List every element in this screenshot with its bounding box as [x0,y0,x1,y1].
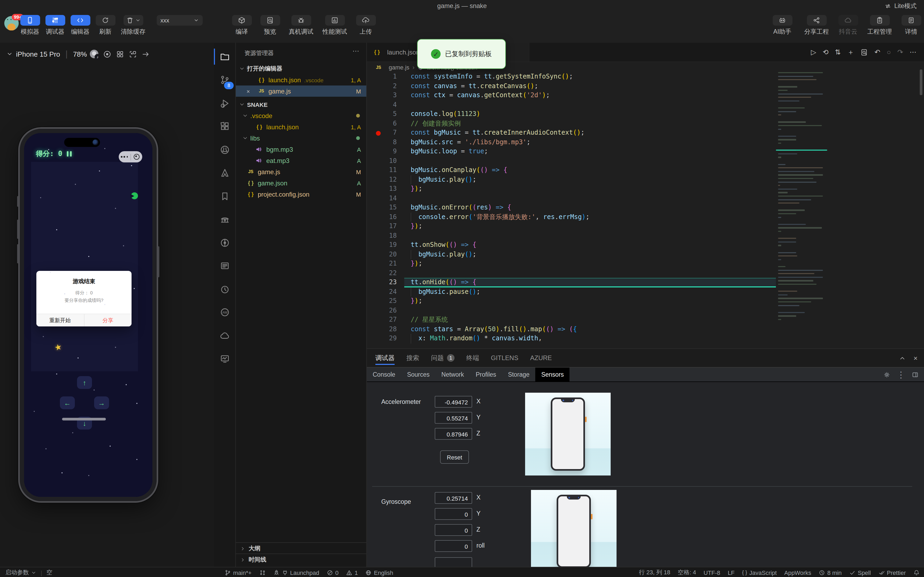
douyin-account-icon[interactable]: ♪ [90,50,99,58]
toolbar-button-工程管理[interactable]: 工程管理 [865,15,894,36]
editor-action-debugrun[interactable]: ▷ [811,48,816,56]
toolbar-button-详情[interactable]: 详情 [900,15,923,36]
file-game.json[interactable]: { }game.jsonA [236,177,366,189]
toolbar-button-预览[interactable]: 预览 [258,15,282,36]
more-icon[interactable]: ⋯ [352,47,360,55]
toolbar-button-分享工程[interactable]: 分享工程 [802,15,831,36]
device-orientation-preview[interactable] [531,490,617,567]
reset-button[interactable]: Reset [440,450,469,464]
devtools-tab-Profiles[interactable]: Profiles [470,367,502,382]
editor-action-more[interactable]: ⋯ [909,48,916,56]
toolbar-button-清除缓存[interactable]: 清除缓存 [119,15,148,36]
status-main*+[interactable]: main*+ [225,569,252,575]
status-行 23, 列 18[interactable]: 行 23, 列 18 [639,569,670,577]
activitybar-time-tracker[interactable] [214,279,235,299]
file-.vscode[interactable]: .vscode [236,110,366,121]
accelerometer-X-input[interactable]: -0.49472 [435,396,472,408]
toolbar-button-AI助手[interactable]: AI助手 [768,15,797,36]
gyroscope-roll-input[interactable]: 0 [435,540,472,552]
devtools-tab-Sources[interactable]: Sources [401,367,435,382]
status-bell[interactable] [913,569,920,575]
device-select[interactable]: iPhone 15 Pro [16,50,60,58]
gyroscope-Z-input[interactable]: 0 [435,524,472,536]
status-compare2[interactable] [259,569,265,575]
panel-tab-GITLENS[interactable]: GITLENS [491,349,519,367]
devtools-tab-Sensors[interactable]: Sensors [535,367,569,382]
file-libs[interactable]: libs [236,132,366,144]
screenshot-icon[interactable] [129,50,137,58]
avatar[interactable]: 99+ [4,16,19,31]
panel-tab-调试器[interactable]: 调试器 [375,349,395,367]
arrow-up-button[interactable]: ↑ [77,376,92,389]
game-screen[interactable]: 得分: 0 游戏结束 得分： 0 要分享你的成绩吗? 重新开始 分享 [24,133,152,497]
editor-action-mid[interactable]: ○ [887,48,891,56]
editor-action-prevf[interactable] [861,48,868,56]
timeline-section[interactable]: 时间线 [236,553,366,565]
grid-icon[interactable] [116,50,124,58]
dock-panel-icon[interactable] [912,371,919,378]
panel-tab-搜索[interactable]: 搜索 [406,349,419,367]
launch-params[interactable]: 启动参数 [5,569,36,577]
gyroscope-extra-input[interactable] [435,557,472,567]
toolbar-button-抖音云[interactable]: 抖音云 [836,15,860,36]
editor-action-back[interactable]: ↶ [874,48,880,56]
status-空格: 4[interactable]: 空格: 4 [678,569,696,577]
gear-icon[interactable] [884,371,890,378]
toolbar-button-编译[interactable]: 编译 [230,15,254,36]
toolbar-button-上传[interactable]: 上传 [354,15,378,36]
kebab-menu-icon[interactable]: ⋮ [897,369,905,380]
activitybar-appworks[interactable]: AW [214,303,235,322]
editor-action-hist[interactable]: ⟲ [823,48,829,56]
device-orientation-preview[interactable] [525,393,611,475]
minimap[interactable] [776,72,840,345]
close-icon[interactable]: × [914,354,918,362]
open-editor-launch.json[interactable]: { }launch.json.vscode1, A [236,74,366,85]
status-English[interactable]: English [365,569,393,575]
panel-tab-问题[interactable]: 问题1 [431,349,454,367]
editor-action-fwd[interactable]: ↷ [897,48,903,56]
gyroscope-X-input[interactable]: 0.25714 [435,492,472,504]
arrow-left-button[interactable]: ← [60,396,75,409]
panel-tab-AZURE[interactable]: AZURE [530,349,552,367]
status-Spell[interactable]: Spell [849,569,871,575]
open-editors-header[interactable]: 打开的编辑器 [236,63,366,74]
status-0[interactable]: 0 [327,569,338,575]
file-eat.mp3[interactable]: eat.mp3A [236,155,366,166]
file-launch.json[interactable]: { }launch.json1, A [236,121,366,132]
toolbar-button-刷新[interactable]: 刷新 [94,15,117,36]
activitybar-notes[interactable] [214,256,235,276]
share-button[interactable]: 分享 [84,314,132,326]
accelerometer-Z-input[interactable]: 0.87946 [435,428,472,440]
lite-mode-toggle[interactable]: Lite模式 [885,2,916,10]
toolbar-button-真机调试[interactable]: 真机调试 [287,15,315,36]
editor-action-plus[interactable]: ＋ [847,47,854,57]
status-8 min[interactable]: 8 min [819,569,842,575]
gyroscope-Y-input[interactable]: 0 [435,508,472,520]
activitybar-testing[interactable] [214,140,235,159]
pause-icon[interactable] [67,151,72,156]
file-game.js[interactable]: JSgame.jsM [236,166,366,177]
activitybar-monitor[interactable] [214,349,235,368]
devtools-tab-Storage[interactable]: Storage [502,367,536,382]
file-bgm.mp3[interactable]: bgm.mp3A [236,144,366,155]
status-Launchpad[interactable]: Launchpad [273,569,319,575]
toolbar-button-性能测试[interactable]: 性能测试 [320,15,349,36]
activitybar-cloud[interactable] [214,326,235,345]
screen-record-icon[interactable] [103,50,111,58]
status-UTF-8[interactable]: UTF-8 [704,569,720,575]
activitybar-source-control[interactable]: 8 [214,70,235,89]
zoom-level[interactable]: 78% [73,50,87,58]
outline-section[interactable]: 大纲 [236,542,366,554]
accelerometer-Y-input[interactable]: 0.55274 [435,412,472,424]
status-1[interactable]: 1 [346,569,358,575]
editor-scrollbar[interactable] [920,69,922,95]
code-area[interactable]: 1const systemInfo = tt.getSystemInfoSync… [367,72,776,343]
editor-action-cmp[interactable]: ⇅ [835,48,841,56]
detach-arrow-icon[interactable] [142,50,150,58]
file-project.config.json[interactable]: { }project.config.jsonM [236,189,366,200]
more-icon[interactable] [119,156,130,157]
activitybar-extensions[interactable] [214,117,235,136]
project-root[interactable]: SNAKE [236,99,366,110]
devtools-tab-Network[interactable]: Network [436,367,470,382]
home-circle-icon[interactable] [131,154,142,160]
